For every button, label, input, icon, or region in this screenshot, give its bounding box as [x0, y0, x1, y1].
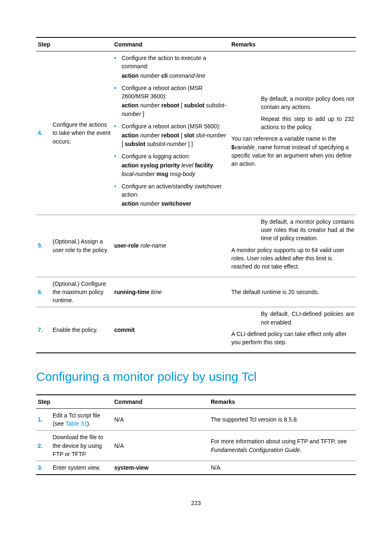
bullet-text: Configure a reboot action (MSR 2600/MSR … [122, 85, 203, 100]
step-command: user-role role-name [113, 215, 230, 277]
table-row: 5. (Optional.) Assign a user role to the… [36, 215, 356, 277]
remark-para: By default, a monitor policy contains us… [261, 218, 354, 243]
step-number: 7. [36, 307, 51, 353]
bullet-text: Configure a logging action: [122, 153, 190, 160]
bullet-item: Configure the action to execute a comman… [114, 54, 228, 80]
step-desc: (Optional.) Configure the maximum policy… [51, 277, 113, 307]
step-remarks: By default, CLI-defined policies are not… [230, 307, 356, 353]
step-command: N/A [113, 408, 209, 431]
step-desc: Enable the policy. [51, 307, 113, 353]
step-remarks: The default runtime is 20 seconds. [230, 277, 356, 307]
step-number: 4. [36, 51, 51, 215]
command-line: action number reboot [ subslot subslot-n… [122, 101, 228, 118]
section-heading: Configuring a monitor policy by using Tc… [36, 370, 356, 384]
bullet-item: Configure a reboot action (MSR 2600/MSR … [114, 84, 228, 118]
step-remarks: For more information about using FTP and… [209, 431, 356, 461]
bullet-item: Configure a logging action: action syslo… [114, 152, 228, 178]
remark-para: By default, CLI-defined policies are not… [261, 310, 354, 327]
table-row: 7. Enable the policy. commit By default,… [36, 307, 356, 353]
page-number: 223 [36, 500, 356, 506]
bullet-text: Configure the action to execute a comman… [122, 55, 206, 70]
remark-para: The default runtime is 20 seconds. [231, 288, 354, 296]
command-line: action number reboot [ slot slot-number … [122, 131, 228, 148]
step-command: N/A [113, 431, 209, 461]
page-content: Step Command Remarks 4. Configure the ac… [0, 0, 392, 531]
step-desc: (Optional.) Assign a user role to the po… [51, 215, 113, 277]
step-number: 2. [36, 431, 51, 461]
col-step: Step [36, 37, 113, 51]
table-row: 2. Download the file to the device by us… [36, 431, 356, 461]
col-command: Command [113, 37, 230, 51]
step-number: 3. [36, 461, 51, 475]
step-number: 6. [36, 277, 51, 307]
command-line: action number switchover [122, 199, 228, 208]
step-remarks: By default, a monitor policy does not co… [230, 51, 356, 215]
procedure-table-2: Step Command Remarks 1. Edit a Tcl scrip… [36, 394, 356, 475]
bullet-item: Configure a reboot action (MSR 5600): ac… [114, 122, 228, 148]
col-step: Step [36, 395, 113, 409]
step-command: running-time time [113, 277, 230, 307]
procedure-table-1: Step Command Remarks 4. Configure the ac… [36, 37, 356, 353]
remark-para: A monitor policy supports up to 64 valid… [231, 246, 354, 271]
table-header-row: Step Command Remarks [36, 395, 356, 409]
command-line: action number cli command-line [122, 72, 228, 80]
step-desc: Download the file to the device by using… [51, 431, 113, 461]
table-link[interactable]: Table 31 [65, 420, 87, 427]
step-desc: Edit a Tcl script file (see Table 31). [51, 408, 113, 431]
bullet-text: Configure an active/standby switchover a… [122, 183, 222, 198]
step-command: commit [113, 307, 230, 353]
step-command: system-view [113, 461, 209, 475]
step-desc: Configure the actions to take when the e… [51, 51, 113, 215]
remark-para: A CLI-defined policy can take effect onl… [231, 330, 354, 347]
table-row: 3. Enter system view. system-view N/A [36, 461, 356, 475]
step-command: Configure the action to execute a comman… [113, 51, 230, 215]
table-row: 1. Edit a Tcl script file (see Table 31)… [36, 408, 356, 431]
table-header-row: Step Command Remarks [36, 37, 356, 51]
step-remarks: By default, a monitor policy contains us… [230, 215, 356, 277]
step-number: 5. [36, 215, 51, 277]
bullet-text: Configure a reboot action (MSR 5600): [122, 123, 220, 130]
step-desc: Enter system view. [51, 461, 113, 475]
step-remarks: N/A [209, 461, 356, 475]
remark-para: Repeat this step to add up to 232 action… [261, 115, 354, 132]
col-command: Command [113, 395, 209, 409]
remark-para: You can reference a variable name in the… [231, 134, 354, 168]
table-row: 4. Configure the actions to take when th… [36, 51, 356, 215]
step-number: 1. [36, 408, 51, 431]
table-row: 6. (Optional.) Configure the maximum pol… [36, 277, 356, 307]
col-remarks: Remarks [209, 395, 356, 409]
bullet-item: Configure an active/standby switchover a… [114, 182, 228, 208]
remark-para: By default, a monitor policy does not co… [261, 95, 354, 111]
step-remarks: The supported Tcl version is 8.5.8. [209, 408, 356, 431]
command-line: action syslog priority level facility lo… [122, 161, 228, 178]
col-remarks: Remarks [230, 37, 356, 51]
